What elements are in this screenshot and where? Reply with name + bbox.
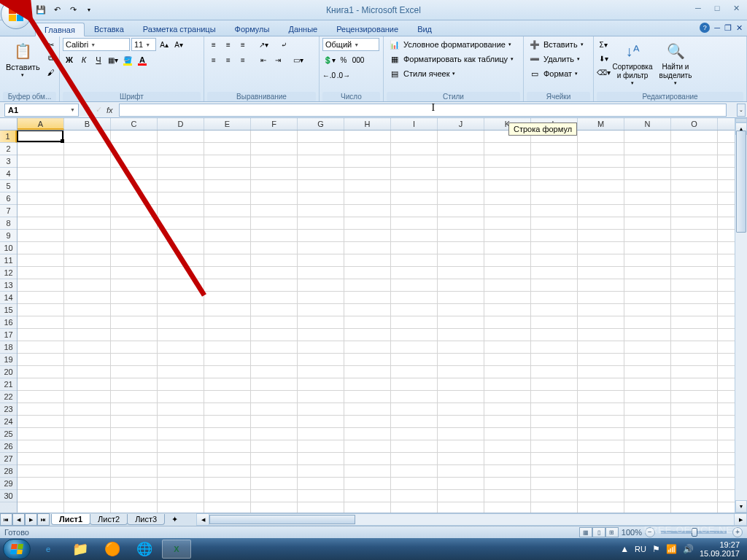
find-select-button[interactable]: 🔍 Найти и выделить▾ <box>655 38 696 88</box>
row-header[interactable]: 17 <box>0 329 17 341</box>
maximize-button[interactable]: □ <box>711 3 724 13</box>
taskbar-ie-icon[interactable]: e <box>34 540 63 559</box>
scroll-left-button[interactable]: ◀ <box>197 514 209 525</box>
tab-рецензирование[interactable]: Рецензирование <box>327 22 408 36</box>
row-header[interactable]: 5 <box>0 180 17 192</box>
vertical-scrollbar[interactable]: ▲ ▼ <box>735 118 747 513</box>
delete-cells-button[interactable]: ➖Удалить▾ <box>527 52 582 66</box>
row-header[interactable]: 4 <box>0 168 17 180</box>
scroll-down-button[interactable]: ▼ <box>735 500 747 513</box>
sort-filter-button[interactable]: ↓ᴬ Сортировка и фильтр▾ <box>611 38 654 88</box>
font-size-combo[interactable]: 11▼ <box>131 38 156 51</box>
taskbar-chrome-icon[interactable]: 🌐 <box>130 540 159 559</box>
column-header[interactable]: A <box>18 118 64 130</box>
increase-indent-icon[interactable]: ⇥ <box>271 53 285 66</box>
font-color-icon[interactable]: A <box>136 53 149 66</box>
row-header[interactable]: 13 <box>0 279 17 292</box>
taskbar-excel-icon[interactable]: X <box>162 540 191 559</box>
prev-sheet-button[interactable]: ◀ <box>12 513 25 526</box>
network-icon[interactable]: 📶 <box>666 544 677 554</box>
row-header[interactable]: 25 <box>0 428 17 440</box>
scroll-right-button[interactable]: ▶ <box>734 514 746 525</box>
fill-color-icon[interactable]: 🪣 <box>121 53 134 66</box>
tab-вид[interactable]: Вид <box>408 22 441 36</box>
row-header[interactable]: 10 <box>0 242 17 254</box>
row-header[interactable]: 2 <box>0 143 17 155</box>
row-header[interactable]: 16 <box>0 316 17 329</box>
insert-cells-button[interactable]: ➕Вставить▾ <box>527 38 586 51</box>
conditional-formatting-button[interactable]: 📊Условное форматирование▾ <box>387 38 514 51</box>
row-header[interactable]: 26 <box>0 440 17 453</box>
align-right-icon[interactable]: ≡ <box>236 53 249 66</box>
row-header[interactable]: 11 <box>0 254 17 267</box>
column-header[interactable]: N <box>624 118 671 130</box>
paste-button[interactable]: 📋 Вставить ▾ <box>3 38 43 80</box>
column-header[interactable]: B <box>64 118 111 130</box>
row-header[interactable]: 20 <box>0 366 17 378</box>
row-header[interactable]: 21 <box>0 378 17 391</box>
decrease-decimal-icon[interactable]: .0→ <box>337 69 350 82</box>
column-header[interactable]: E <box>204 118 251 130</box>
doc-restore-button[interactable]: ❐ <box>724 23 732 33</box>
volume-icon[interactable]: 🔊 <box>683 544 694 554</box>
normal-view-button[interactable]: ▦ <box>579 527 592 537</box>
column-header[interactable]: J <box>438 118 484 130</box>
cancel-formula-icon[interactable]: ✕ <box>85 105 91 114</box>
percent-icon[interactable]: % <box>337 53 350 66</box>
row-header[interactable]: 6 <box>0 192 17 205</box>
row-header[interactable]: 29 <box>0 478 17 490</box>
row-header[interactable]: 3 <box>0 155 17 168</box>
tab-данные[interactable]: Данные <box>279 22 327 36</box>
tab-главная[interactable]: Главная <box>35 23 85 36</box>
tray-expand-icon[interactable]: ▲ <box>620 544 629 554</box>
cut-icon[interactable]: ✂ <box>44 38 58 51</box>
language-indicator[interactable]: RU <box>635 545 646 553</box>
qat-customize-icon[interactable]: ▼ <box>83 4 95 16</box>
row-header[interactable]: 27 <box>0 453 17 465</box>
action-center-icon[interactable]: ⚑ <box>652 544 660 554</box>
underline-icon[interactable]: Ч <box>92 53 105 66</box>
taskbar-media-icon[interactable]: 🟠 <box>98 540 127 559</box>
expand-formula-bar-button[interactable]: ⌄ <box>737 104 746 117</box>
sheet-tab[interactable]: Лист3 <box>127 514 165 525</box>
format-cells-button[interactable]: ▭Формат▾ <box>527 67 580 80</box>
select-all-corner[interactable] <box>0 118 18 130</box>
taskbar-explorer-icon[interactable]: 📁 <box>66 540 95 559</box>
column-header[interactable]: C <box>111 118 158 130</box>
row-header[interactable]: 22 <box>0 391 17 403</box>
number-format-combo[interactable]: Общий▼ <box>322 38 379 51</box>
row-header[interactable]: 14 <box>0 292 17 304</box>
comma-icon[interactable]: 000 <box>352 53 365 66</box>
row-header[interactable]: 23 <box>0 403 17 416</box>
enter-formula-icon[interactable]: ✓ <box>96 105 102 114</box>
row-header[interactable]: 19 <box>0 354 17 366</box>
row-header[interactable]: 8 <box>0 217 17 230</box>
align-middle-icon[interactable]: ≡ <box>222 38 235 51</box>
column-header[interactable]: I <box>391 118 438 130</box>
wrap-text-icon[interactable]: ⤶ <box>277 38 290 51</box>
new-sheet-button[interactable]: ✦ <box>167 515 182 525</box>
currency-icon[interactable]: 💲▾ <box>322 53 336 66</box>
row-header[interactable]: 12 <box>0 267 17 279</box>
orientation-icon[interactable]: ↗▾ <box>257 38 270 51</box>
next-sheet-button[interactable]: ▶ <box>25 513 37 526</box>
insert-function-icon[interactable]: fx <box>107 106 113 114</box>
column-header[interactable]: D <box>158 118 204 130</box>
page-break-view-button[interactable]: ⊞ <box>605 527 619 537</box>
vscroll-thumb[interactable] <box>736 131 746 233</box>
merge-icon[interactable]: ▭▾ <box>292 53 305 66</box>
column-header[interactable]: H <box>344 118 391 130</box>
cells-area[interactable] <box>18 131 747 513</box>
last-sheet-button[interactable]: ⏭ <box>37 513 50 526</box>
first-sheet-button[interactable]: ⏮ <box>0 513 12 526</box>
copy-icon[interactable]: ⧉ <box>44 52 58 65</box>
minimize-button[interactable]: ─ <box>692 3 705 13</box>
align-bottom-icon[interactable]: ≡ <box>236 38 249 51</box>
help-icon[interactable]: ? <box>700 23 710 33</box>
increase-decimal-icon[interactable]: ←.0 <box>322 69 336 82</box>
format-painter-icon[interactable]: 🖌 <box>44 66 58 79</box>
row-header[interactable]: 7 <box>0 205 17 217</box>
column-header[interactable]: O <box>671 118 718 130</box>
formula-input[interactable]: I <box>119 104 727 117</box>
doc-minimize-button[interactable]: ─ <box>714 23 720 32</box>
